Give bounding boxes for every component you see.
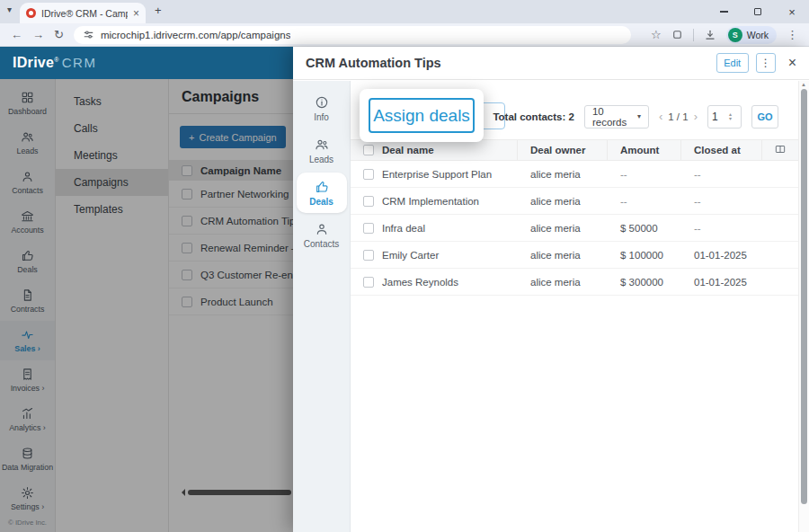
row-checkbox[interactable]: [363, 250, 374, 261]
page-number-input[interactable]: [712, 111, 726, 123]
window-minimize-button[interactable]: [707, 0, 741, 23]
row-checkbox[interactable]: [363, 196, 374, 207]
back-icon[interactable]: ←: [11, 28, 22, 41]
tab-info[interactable]: Info: [297, 88, 347, 129]
browser-tabstrip: ▾ IDrive® CRM - Campaigns × + ×: [0, 0, 809, 23]
next-page-icon[interactable]: ›: [694, 110, 698, 123]
tab-leads[interactable]: Leads: [297, 130, 347, 171]
browser-tab[interactable]: IDrive® CRM - Campaigns ×: [20, 3, 146, 23]
assign-deals-button-magnified[interactable]: Assign deals: [369, 98, 475, 133]
table-row[interactable]: Emily Carter alice meria $ 100000 01-01-…: [351, 242, 798, 269]
toolbar-separator: [693, 29, 694, 41]
tab-title: IDrive® CRM - Campaigns: [41, 8, 128, 19]
scroll-up-arrow-icon[interactable]: ▲: [801, 82, 806, 87]
drawer-title: CRM Automation Tips: [306, 56, 441, 70]
assign-deals-magnifier-card: Assign deals: [360, 89, 484, 142]
browser-menu-icon[interactable]: ⋮: [787, 28, 798, 41]
site-favicon-icon: [26, 8, 36, 18]
leads-icon: [315, 137, 329, 152]
more-options-button[interactable]: ⋮: [756, 53, 776, 73]
row-checkbox[interactable]: [363, 169, 374, 180]
deals-table-header: Deal name Deal owner Amount Closed at: [351, 139, 798, 161]
row-checkbox[interactable]: [363, 277, 374, 288]
site-info-icon[interactable]: [83, 29, 94, 40]
app-background: IDrive®CRM Dashboard Leads Contacts: [0, 47, 293, 532]
browser-toolbar: ← → ↻ microchip1.idrivecrm.com/app/campa…: [0, 23, 809, 47]
tab-deals[interactable]: Deals: [297, 173, 347, 213]
browser-window: ▾ IDrive® CRM - Campaigns × + × ← → ↻ mi…: [0, 0, 809, 532]
records-per-page-dropdown[interactable]: 10 records ▾: [584, 105, 649, 129]
window-controls: ×: [707, 0, 809, 23]
prev-page-icon[interactable]: ‹: [659, 110, 662, 123]
chevron-down-icon: ▾: [637, 112, 641, 120]
app-topbar: IDrive®CRM: [0, 47, 293, 79]
idrive-logo: IDrive®CRM: [13, 55, 96, 71]
stepper-down-icon: ▾: [729, 117, 732, 121]
address-bar[interactable]: microchip1.idrivecrm.com/app/campaigns: [74, 26, 631, 44]
table-row[interactable]: Infra deal alice meria $ 50000 --: [351, 215, 798, 242]
drawer-header: CRM Automation Tips Edit ⋮ ×: [293, 47, 809, 80]
deals-tab-content: Assign deals Total contacts: 2 10 record…: [351, 81, 798, 532]
number-stepper[interactable]: ▴ ▾: [729, 112, 732, 121]
table-row[interactable]: Enterprise Support Plan alice meria -- -…: [351, 161, 798, 188]
edit-button[interactable]: Edit: [716, 53, 749, 73]
table-row[interactable]: CRM Implementation alice meria -- --: [351, 188, 798, 215]
column-settings-icon[interactable]: [774, 143, 787, 157]
scrollbar-thumb[interactable]: [801, 89, 807, 504]
tab-search-icon[interactable]: ▾: [7, 4, 12, 14]
download-icon[interactable]: [704, 29, 716, 41]
toolbar-right: ☆ S Work ⋮: [651, 26, 798, 44]
drawer-body: Info Leads Deals Contacts: [293, 81, 809, 532]
pagination: ‹ 1 / 1 ›: [659, 110, 698, 123]
modal-dim-overlay: [0, 79, 293, 532]
forward-icon[interactable]: →: [32, 28, 44, 41]
tab-contacts[interactable]: Contacts: [297, 215, 347, 255]
page-indicator: 1 / 1: [668, 111, 688, 122]
avatar: S: [728, 28, 742, 42]
url-text: microchip1.idrivecrm.com/app/campaigns: [101, 30, 291, 40]
profile-chip[interactable]: S Work: [726, 26, 777, 44]
go-button[interactable]: GO: [751, 105, 778, 129]
window-maximize-button[interactable]: [741, 0, 775, 23]
profile-label: Work: [747, 30, 769, 40]
table-row[interactable]: James Reynolds alice meria $ 300000 01-0…: [351, 269, 798, 296]
total-contacts-label: Total contacts: 2: [493, 111, 574, 122]
reload-icon[interactable]: ↻: [54, 28, 64, 41]
select-all-checkbox[interactable]: [363, 145, 374, 155]
extensions-icon[interactable]: [671, 29, 683, 40]
table-controls: Total contacts: 2 10 records ▾ ‹ 1 / 1 ›: [493, 104, 778, 129]
contacts-icon: [315, 222, 329, 236]
deals-thumbs-up-icon: [315, 180, 329, 194]
page-number-box: ▴ ▾: [707, 105, 742, 129]
tab-close-icon[interactable]: ×: [133, 7, 139, 20]
total-contacts-value: 2: [569, 111, 574, 122]
vertical-scrollbar[interactable]: ▲: [798, 81, 809, 532]
new-tab-button[interactable]: +: [155, 4, 162, 17]
window-close-button[interactable]: ×: [775, 0, 809, 23]
close-icon[interactable]: ×: [788, 55, 796, 71]
row-checkbox[interactable]: [363, 223, 374, 234]
kebab-icon: ⋮: [760, 57, 771, 69]
deals-table: Deal name Deal owner Amount Closed at: [351, 139, 798, 296]
drawer-tabstrip: Info Leads Deals Contacts: [293, 81, 351, 532]
info-icon: [315, 95, 329, 110]
bookmark-star-icon[interactable]: ☆: [651, 28, 662, 41]
